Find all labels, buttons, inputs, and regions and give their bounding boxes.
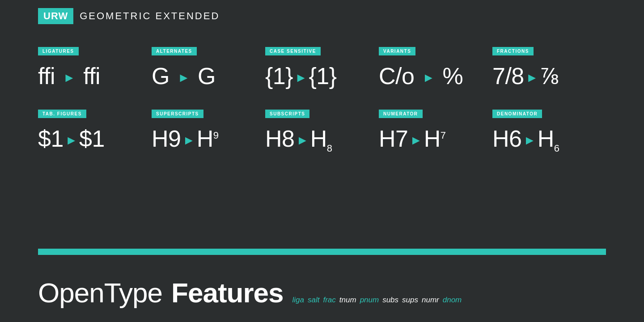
demo-numerator: H7►H7 xyxy=(379,126,488,152)
tag-frac: frac xyxy=(323,296,335,305)
page: URW GEOMETRIC EXTENDED LIGATURES ffi ► f… xyxy=(0,0,644,322)
demo-tab-figures: $1►$1 xyxy=(38,126,147,152)
tag-liga: liga xyxy=(292,296,304,305)
arrow-icon: ► xyxy=(422,71,434,85)
label-case-sensitive: CASE SENSITIVE xyxy=(265,47,321,55)
label-ligatures: LIGATURES xyxy=(38,47,79,55)
arrow-icon: ► xyxy=(182,133,195,147)
demo-fractions: 7/8►⅞ xyxy=(492,64,602,89)
arrow-icon: ► xyxy=(526,71,538,85)
tag-salt: salt xyxy=(308,296,319,305)
feature-case-sensitive: CASE SENSITIVE {1}►{1} xyxy=(265,47,379,98)
label-tab-figures: TAB. FIGURES xyxy=(38,110,86,118)
demo-superscripts: H9►H9 xyxy=(152,126,261,152)
label-fractions: FRACTIONS xyxy=(492,47,534,55)
arrow-icon: ► xyxy=(178,71,190,85)
feature-fractions: FRACTIONS 7/8►⅞ xyxy=(492,47,606,98)
label-alternates: ALTERNATES xyxy=(152,47,197,55)
footer-tags: liga salt frac tnum pnum subs sups numr … xyxy=(292,296,462,305)
demo-denominator: H6►H6 xyxy=(492,126,602,154)
feature-ligatures: LIGATURES ffi ► ffi xyxy=(38,47,152,98)
tag-sups: sups xyxy=(402,296,418,305)
footer: OpenType Features liga salt frac tnum pn… xyxy=(38,277,606,309)
footer-title-bold: Features xyxy=(171,277,283,309)
tag-dnom: dnom xyxy=(443,296,462,305)
feature-row-1: LIGATURES ffi ► ffi ALTERNATES G ► G CAS… xyxy=(38,47,606,98)
label-superscripts: SUPERSCRIPTS xyxy=(152,110,203,118)
demo-alternates: G ► G xyxy=(152,64,261,89)
feature-row-2: TAB. FIGURES $1►$1 SUPERSCRIPTS H9►H9 SU… xyxy=(38,109,606,163)
bottom-bar xyxy=(38,249,606,255)
demo-subscripts: H8►H8 xyxy=(265,126,374,154)
footer-title-light: OpenType xyxy=(38,277,162,309)
feature-superscripts: SUPERSCRIPTS H9►H9 xyxy=(152,109,265,163)
tag-subs: subs xyxy=(382,296,398,305)
feature-numerator: NUMERATOR H7►H7 xyxy=(379,109,492,163)
arrow-icon: ► xyxy=(65,133,77,147)
demo-variants: C/o ► % xyxy=(379,64,488,89)
tag-pnum: pnum xyxy=(360,296,379,305)
label-denominator: DENOMINATOR xyxy=(492,110,542,118)
header: URW GEOMETRIC EXTENDED xyxy=(38,0,606,24)
label-subscripts: SUBSCRIPTS xyxy=(265,110,309,118)
label-numerator: NUMERATOR xyxy=(379,110,423,118)
feature-alternates: ALTERNATES G ► G xyxy=(152,47,265,98)
title-badge: URW GEOMETRIC EXTENDED xyxy=(38,8,226,24)
brand-subtitle: GEOMETRIC EXTENDED xyxy=(73,8,226,24)
arrow-icon: ► xyxy=(296,133,308,147)
demo-ligatures: ffi ► ffi xyxy=(38,64,147,89)
arrow-icon: ► xyxy=(523,133,535,147)
brand-urw: URW xyxy=(38,8,73,24)
feature-subscripts: SUBSCRIPTS H8►H8 xyxy=(265,109,379,163)
arrow-icon: ► xyxy=(295,71,307,85)
tag-tnum: tnum xyxy=(339,296,356,305)
label-variants: VARIANTS xyxy=(379,47,415,55)
tag-numr: numr xyxy=(422,296,439,305)
feature-variants: VARIANTS C/o ► % xyxy=(379,47,492,98)
demo-case-sensitive: {1}►{1} xyxy=(265,64,374,89)
arrow-icon: ► xyxy=(410,133,422,147)
arrow-icon: ► xyxy=(63,71,75,85)
feature-tab-figures: TAB. FIGURES $1►$1 xyxy=(38,109,152,163)
feature-denominator: DENOMINATOR H6►H6 xyxy=(492,109,606,163)
